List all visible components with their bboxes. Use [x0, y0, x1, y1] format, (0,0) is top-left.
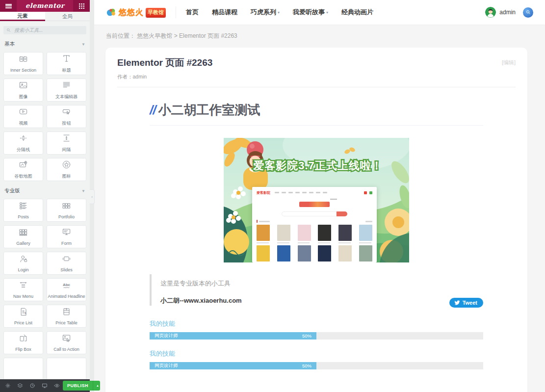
nav-item-label: 精品课程 [212, 8, 237, 17]
site-search-button[interactable] [523, 7, 533, 18]
panel-tabs: 元素全局 [0, 12, 90, 21]
widget-button[interactable]: 按钮 [47, 105, 86, 128]
mini-site-searchbar [257, 211, 372, 216]
widget-price-table[interactable]: $Price Table [47, 305, 86, 328]
heading-text: 小二胡工作室测试 [158, 103, 260, 117]
flip-box-icon [19, 334, 28, 345]
widget-login[interactable]: Login [3, 252, 43, 275]
banner-image[interactable]: 爱客影院3.7正式上线啦！ 爱客影院 [224, 138, 409, 262]
widget-video[interactable]: 视频 [3, 105, 43, 128]
panel-menu-button[interactable] [0, 0, 17, 12]
widget-google-maps[interactable]: 谷歌地图 [3, 158, 43, 181]
site-logo[interactable]: 悠悠火 早教馆 [106, 7, 166, 18]
banner-headline: 爱客影院3.7正式上线啦！ [253, 159, 383, 172]
widget-price-list[interactable]: $Price List [3, 305, 43, 328]
widget-flip-box[interactable]: Flip Box [3, 331, 43, 354]
skill-bar: 网页设计师50% [150, 332, 483, 340]
elementor-panel: elementor 元素全局 基本▼Inner Section标题图像文本编辑器… [0, 0, 90, 392]
widget-image[interactable]: 图像 [3, 78, 43, 102]
widget-section-header-0[interactable]: 基本▼ [4, 41, 85, 48]
nav-item-label: 首页 [186, 8, 199, 17]
animated-headline-icon: Abc [62, 281, 71, 292]
widget-divider[interactable]: 分隔线 [3, 131, 43, 155]
publish-button[interactable]: PUBLISH [63, 381, 93, 391]
mini-site-poster-row [257, 225, 372, 243]
avatar[interactable] [485, 7, 496, 18]
nav-item-label: 我爱听故事 [293, 8, 325, 17]
widget-slides[interactable]: Slides [47, 252, 86, 275]
responsive-icon[interactable] [38, 379, 51, 392]
widget-call-to-action[interactable]: Call to Action [47, 331, 86, 354]
posts-icon [19, 201, 28, 212]
widget-label: Slides [60, 267, 73, 272]
widget-label: Price Table [55, 320, 77, 325]
breadcrumb-prefix: 当前位置： [106, 32, 135, 39]
widget-heading[interactable]: 标题 [47, 52, 86, 75]
inner-section-icon [19, 54, 28, 66]
call-to-action-icon [62, 334, 71, 345]
skill-widget-0: 我的技能网页设计师50% [150, 319, 483, 340]
skill-percent: 50% [302, 363, 311, 368]
chevron-down-icon: ▾ [326, 10, 328, 15]
publish-options-button[interactable]: ▲ [93, 381, 100, 391]
portfolio-icon [62, 201, 71, 212]
widget-search-input[interactable] [13, 27, 83, 33]
history-icon[interactable] [26, 379, 38, 392]
widget-form[interactable]: Form [47, 225, 86, 248]
edit-link[interactable]: [编辑] [502, 59, 516, 66]
quote-line-1: 这里是专业版本的小工具 [160, 279, 483, 288]
widget-label: 视频 [19, 120, 28, 127]
widget-portfolio[interactable]: Portfolio [47, 199, 86, 222]
nav-item-label: 巧虎系列 [251, 8, 276, 17]
widget-section-title: 专业版 [4, 187, 20, 194]
mini-site-nav [275, 192, 362, 193]
widget-label: 图标 [62, 173, 71, 180]
preview-icon[interactable] [51, 379, 63, 392]
header-divider [176, 6, 176, 18]
site-header: 悠悠火 早教馆 首页精品课程巧虎系列▾我爱听故事▾经典动画片 admin [94, 0, 545, 25]
panel-widgets-button[interactable] [73, 0, 90, 12]
elementor-logo: elementor [17, 0, 73, 12]
movie-poster [298, 225, 311, 243]
widget-blank[interactable] [3, 358, 43, 379]
widget-grid: PostsPortfolioGalleryFormLoginSlidesNav … [3, 199, 86, 379]
twitter-bird-icon [454, 300, 460, 306]
nav-item-3[interactable]: 我爱听故事▾ [293, 8, 328, 17]
movie-poster [277, 245, 290, 263]
settings-icon[interactable] [1, 379, 14, 392]
panel-header: elementor [0, 0, 90, 12]
svg-text:$: $ [25, 312, 26, 314]
widget-posts[interactable]: Posts [3, 199, 43, 222]
movie-poster [359, 225, 372, 243]
nav-item-1[interactable]: 精品课程 [212, 8, 237, 17]
panel-tab-elements[interactable]: 元素 [0, 12, 45, 21]
widget-text-editor[interactable]: 文本编辑器 [47, 78, 86, 102]
navigator-icon[interactable] [14, 379, 26, 392]
movie-poster [277, 225, 290, 243]
widget-spacer[interactable]: 间隔 [47, 131, 86, 155]
panel-tab-global[interactable]: 全局 [45, 12, 90, 21]
nav-item-0[interactable]: 首页 [186, 8, 199, 17]
movie-poster [257, 245, 270, 263]
widget-search [3, 26, 86, 34]
panel-collapse-handle[interactable]: ‹ [90, 189, 95, 204]
widget-gallery[interactable]: Gallery [3, 225, 43, 248]
movie-poster [257, 225, 270, 243]
tweet-button[interactable]: Tweet [449, 298, 483, 308]
widget-label: Login [18, 267, 28, 272]
admin-username[interactable]: admin [499, 9, 516, 16]
widget-blank[interactable] [47, 358, 86, 379]
widget-nav-menu[interactable]: Nav Menu [3, 278, 43, 301]
nav-item-2[interactable]: 巧虎系列▾ [251, 8, 280, 17]
widget-section-header-1[interactable]: 专业版▼ [4, 187, 85, 194]
nav-item-4[interactable]: 经典动画片 [341, 8, 373, 17]
google-maps-icon [19, 160, 28, 171]
widget-animated-headline[interactable]: AbcAnimated Headline [47, 278, 86, 301]
mini-site-green-button [369, 191, 372, 194]
breadcrumb-site-link[interactable]: 悠悠火早教馆 [137, 32, 172, 39]
skill-bar: 网页设计师50% [150, 362, 483, 369]
widget-icon[interactable]: 图标 [47, 158, 86, 181]
banner-website-screenshot: 爱客影院 [252, 187, 377, 262]
skill-label: 网页设计师 [155, 363, 178, 369]
widget-inner-section[interactable]: Inner Section [3, 52, 43, 75]
